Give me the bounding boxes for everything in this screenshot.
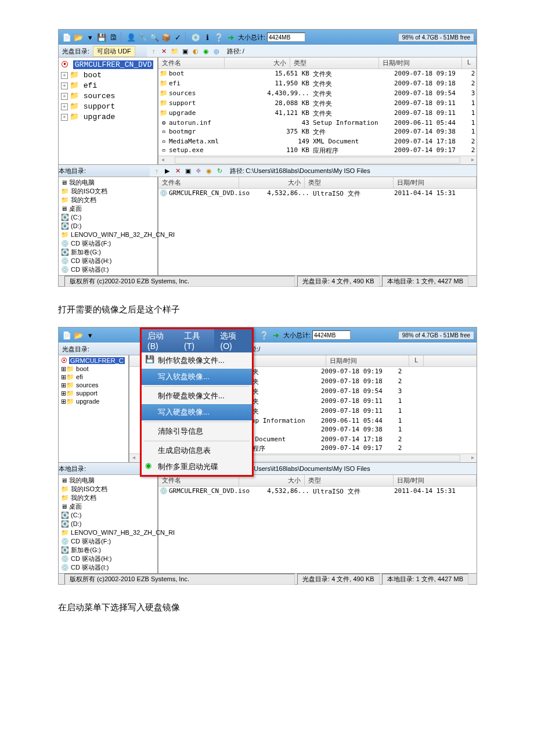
ldel-icon[interactable]: ✕	[173, 166, 182, 175]
saveas-icon[interactable]: 🖺	[109, 33, 118, 42]
disc-tree-pane-2[interactable]: ⦿ GRMCULFRER_C ⊞📁 boot ⊞📁 efi ⊞📁 sources…	[59, 355, 129, 462]
col-size[interactable]: 大小	[225, 57, 290, 69]
local-tree: 🖥 我的电脑 📁 我的ISO文档 📁 我的文档 🖥 桌面 💽 (C:) 💽 (D…	[59, 177, 157, 275]
disc-file-pane: 文件名 大小 类型 日期/时间 L 📁boot15,651 KB文件夹2009-…	[158, 57, 477, 164]
list-item[interactable]: 💽 (C:)	[61, 511, 155, 520]
prop-icon[interactable]: ▣	[181, 46, 190, 56]
mi-clear-boot[interactable]: 清除引导信息	[142, 423, 252, 440]
list-item[interactable]: 🖥 桌面	[61, 502, 155, 511]
list-item[interactable]: 📁 我的文档	[61, 494, 155, 502]
list-item[interactable]: 💽 新加卷(G:)	[61, 248, 155, 257]
new-icon[interactable]: 📄	[62, 33, 71, 42]
table-row[interactable]: 📁efi11,950 KB文件夹2009-07-18 09:182	[158, 79, 477, 89]
local-path-value: C:\Users\it168labs\Documents\My ISO File…	[246, 167, 370, 174]
mi-make-floppy[interactable]: 💾制作软盘映像文件...	[142, 352, 252, 369]
list-item[interactable]: 💽 (D:)	[61, 520, 155, 528]
list-item[interactable]: 💽 (D:)	[61, 222, 155, 231]
table-row[interactable]: 📁upgrade41,121 KB文件夹2009-07-18 09:111	[158, 109, 477, 118]
table-row[interactable]: 💿GRMCULFRER_CN_DVD.iso4,532,86...UltraIS…	[158, 189, 477, 199]
open-icon[interactable]: 📂	[74, 330, 83, 340]
mount-icon[interactable]: 🔧	[138, 33, 147, 42]
table-row[interactable]: ▫setup.exe110 KB应用程序2009-07-14 09:172	[158, 146, 477, 156]
lfwd-icon[interactable]: ▶	[163, 166, 172, 175]
list-item[interactable]: 💿 CD 驱动器(F:)	[61, 239, 155, 248]
compress-icon[interactable]: 📦	[161, 33, 171, 42]
table-row[interactable]: 📁sources4,430,99...文件夹2009-07-18 09:543	[158, 89, 477, 99]
lb1-icon[interactable]: ❖	[194, 166, 203, 175]
mi-make-hdd[interactable]: 制作硬盘映像文件...	[142, 388, 252, 404]
lb2-icon[interactable]: ◉	[204, 166, 214, 175]
copyright: 版权所有 (c)2002-2010 EZB Systems, Inc.	[64, 276, 295, 287]
list-item[interactable]: 💽 新加卷(G:)	[61, 546, 155, 555]
dropdown-icon[interactable]: ▾	[85, 33, 95, 42]
up-icon[interactable]: ↑	[149, 46, 158, 56]
del-icon[interactable]: ✕	[160, 46, 169, 56]
menu-tools[interactable]: 工具(T)	[178, 329, 214, 352]
list-item[interactable]: 📁 我的ISO文档	[61, 187, 155, 196]
bootable-badge[interactable]: 可启动 UDF	[93, 46, 135, 57]
disc-columns: 文件名 大小 类型 日期/时间 L	[158, 57, 477, 69]
a1-icon[interactable]: ◐	[191, 46, 200, 56]
a2-icon[interactable]: ◉	[201, 46, 211, 56]
local-tree-pane[interactable]: 🖥 我的电脑 📁 我的ISO文档 📁 我的文档 🖥 桌面 💽 (C:) 💽 (D…	[59, 177, 158, 275]
disc-file-list[interactable]: 📁boot15,651 KB文件夹2009-07-18 09:192📁efi11…	[158, 69, 477, 156]
a3-icon[interactable]: ◎	[212, 46, 221, 56]
list-item[interactable]: 💿 CD 驱动器(H:)	[61, 257, 155, 265]
local-path-label: 路径:	[230, 167, 244, 175]
lprop-icon[interactable]: ▣	[183, 166, 193, 175]
open-icon[interactable]: 📂	[74, 33, 83, 42]
list-item[interactable]: 💿 CD 驱动器(I:)	[61, 563, 155, 572]
find-icon[interactable]: 🔍	[150, 33, 159, 42]
exit-icon[interactable]: ➜	[271, 330, 280, 340]
table-row[interactable]: 💿GRMCULFRER_CN_DVD.iso4,532,86...UltraIS…	[158, 487, 477, 496]
table-row[interactable]: ⚙autorun.inf43Setup Information2009-06-1…	[158, 118, 477, 127]
lup-icon[interactable]: ↑	[152, 166, 161, 175]
help-icon[interactable]: ❔	[214, 33, 223, 42]
list-item[interactable]: 💽 (C:)	[61, 213, 155, 222]
list-item[interactable]: 📁 LENOVO_WIN7_HB_32_ZH_CN_RI	[61, 231, 155, 239]
dropdown-icon[interactable]: ▾	[85, 330, 95, 340]
list-item[interactable]: 🖥 我的电脑	[61, 476, 155, 485]
lb3-icon[interactable]: ↻	[215, 166, 224, 175]
mi-write-hdd[interactable]: 写入硬盘映像...	[142, 404, 252, 420]
mi-multi-boot[interactable]: ◉制作多重启动光碟	[142, 459, 252, 475]
checksum-icon[interactable]: ✓	[173, 33, 182, 42]
local-file-list[interactable]: 💿GRMCULFRER_CN_DVD.iso4,532,86...UltraIS…	[158, 189, 477, 199]
menu-options[interactable]: 选项(O)	[214, 329, 252, 352]
exit-icon[interactable]: ➜	[226, 33, 235, 42]
local-tree-pane-2[interactable]: 🖥 我的电脑 📁 我的ISO文档 📁 我的文档 🖥 桌面 💽 (C:) 💽 (D…	[59, 475, 158, 573]
disc-dir-label: 光盘目录:	[59, 47, 93, 56]
disc-tree[interactable]: ⦿ GRMCULFRER_CN_DVD +📁 boot +📁 efi +📁 so…	[59, 57, 157, 125]
mi-write-floppy[interactable]: 写入软盘映像...	[142, 369, 252, 385]
info-icon[interactable]: ℹ	[203, 33, 212, 42]
col-date[interactable]: 日期/时间	[379, 57, 462, 69]
help-icon[interactable]: ❔	[259, 330, 269, 340]
table-row[interactable]: ▫MediaMeta.xml149XML Document2009-07-14 …	[158, 137, 477, 146]
list-item[interactable]: 🖥 我的电脑	[61, 178, 155, 187]
menu-boot[interactable]: 启动(B)	[142, 329, 178, 352]
list-item[interactable]: 📁 我的ISO文档	[61, 485, 155, 494]
table-row[interactable]: 📁support28,088 KB文件夹2009-07-18 09:111	[158, 99, 477, 109]
list-item[interactable]: 💿 CD 驱动器(H:)	[61, 555, 155, 563]
hscrollbar[interactable]: ◂▸	[158, 156, 477, 164]
mi-gen-boot[interactable]: 生成启动信息表	[142, 442, 252, 459]
disc-subbar: 光盘目录: 可启动 UDF ↑ ✕ 📁 ▣ ◐ ◉ ◎ 路径: /	[59, 45, 477, 57]
list-item[interactable]: 🖥 桌面	[61, 204, 155, 213]
list-item[interactable]: 💿 CD 驱动器(I:)	[61, 265, 155, 274]
boot-menu-popup[interactable]: 启动(B) 工具(T) 选项(O) 💾制作软盘映像文件... 写入软盘映像...…	[140, 327, 254, 477]
tree-root[interactable]: GRMCULFRER_CN_DVD	[73, 60, 154, 69]
figure-2: 📄 📂 ▾ ❔ ➜ 大小总计: 98% of 4.7GB - 51MB free…	[58, 327, 477, 585]
col-name[interactable]: 文件名	[158, 57, 225, 69]
list-item[interactable]: 💿 CD 驱动器(F:)	[61, 537, 155, 546]
save-icon[interactable]: 💾	[97, 33, 106, 42]
list-item[interactable]: 📁 我的文档	[61, 196, 155, 204]
table-row[interactable]: 📁boot15,651 KB文件夹2009-07-18 09:192	[158, 69, 477, 79]
list-item[interactable]: 📁 LENOVO_WIN7_HB_32_ZH_CN_RI	[61, 528, 155, 537]
new-folder-icon[interactable]: 📁	[170, 46, 179, 56]
user-icon[interactable]: 👤	[127, 33, 136, 42]
table-row[interactable]: ▫bootmgr375 KB文件2009-07-14 09:381	[158, 127, 477, 137]
col-extra[interactable]: L	[462, 57, 477, 69]
burn-icon[interactable]: 💿	[191, 33, 200, 42]
new-icon[interactable]: 📄	[62, 330, 71, 340]
col-type[interactable]: 类型	[290, 57, 379, 69]
